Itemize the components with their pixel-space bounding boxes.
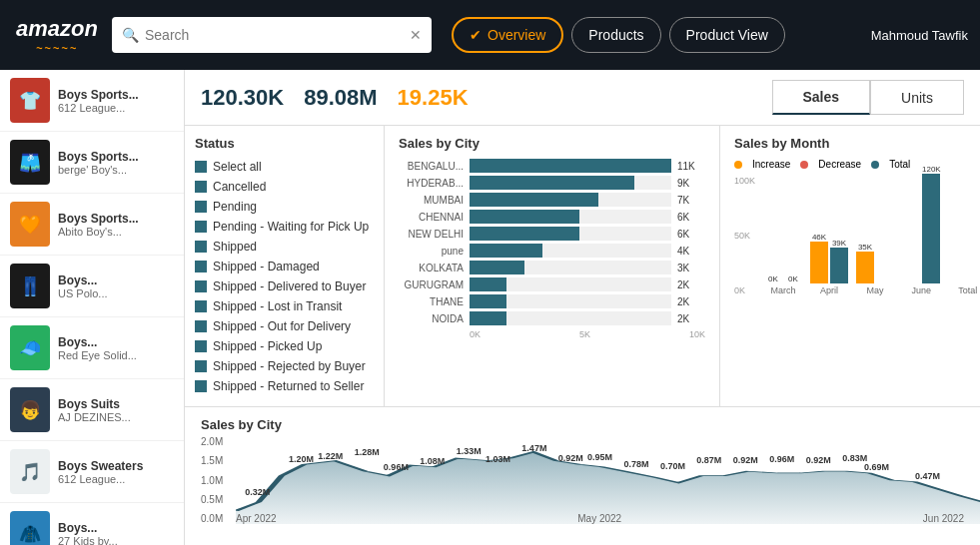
status-item[interactable]: Shipped - Rejected by Buyer xyxy=(195,356,374,376)
product-name: Boys Sports... xyxy=(58,150,139,164)
status-item[interactable]: Shipped - Returned to Seller xyxy=(195,376,374,396)
month-bar-pair: 35K xyxy=(856,243,894,283)
bar-value: 2K xyxy=(677,296,705,307)
middle-row: Status Select allCancelledPendingPending… xyxy=(185,126,980,407)
status-checkbox[interactable] xyxy=(195,360,207,372)
bar-label: NOIDA xyxy=(399,313,464,324)
tab-product-view[interactable]: Product View xyxy=(669,17,785,53)
y-label: 0.5M xyxy=(201,494,236,505)
bar-track xyxy=(470,193,671,207)
total-bar xyxy=(922,174,940,283)
status-item[interactable]: Pending - Waiting for Pick Up xyxy=(195,217,374,237)
content-area: 120.30K 89.08M 19.25K Sales Units Status… xyxy=(185,70,980,545)
status-item[interactable]: Select all xyxy=(195,157,374,177)
product-name: Boys Suits xyxy=(58,397,131,411)
month-bar-group: 120K June xyxy=(902,165,941,295)
y-label: 1.5M xyxy=(201,455,236,466)
product-thumbnail: 👦 xyxy=(10,387,50,432)
status-item[interactable]: Shipped xyxy=(195,237,374,257)
status-checkbox[interactable] xyxy=(195,181,207,193)
bar-track xyxy=(470,210,671,224)
bar-label: GURUGRAM xyxy=(399,279,464,290)
month-bar-group: 46K 39K April xyxy=(810,233,848,295)
line-chart-label: 1.08M xyxy=(420,456,445,466)
search-input[interactable] xyxy=(145,27,404,43)
close-icon[interactable]: ✕ xyxy=(410,27,422,43)
status-checkbox[interactable] xyxy=(195,201,207,213)
sidebar-product-item[interactable]: 🩳 Boys Sports... berge' Boy's... xyxy=(0,132,184,194)
bar-chart-row: GURUGRAM 2K xyxy=(399,277,705,291)
status-label: Shipped - Lost in Transit xyxy=(213,299,342,313)
status-item[interactable]: Shipped - Picked Up xyxy=(195,336,374,356)
line-chart-title: Sales by City xyxy=(201,417,964,432)
status-label: Shipped - Rejected by Buyer xyxy=(213,359,366,373)
stat-value-1: 120.30K xyxy=(201,85,284,111)
bar-value: 2K xyxy=(677,313,705,324)
bar-fill xyxy=(470,227,579,241)
product-subtitle: 612 League... xyxy=(58,102,139,114)
sidebar-product-item[interactable]: 🧡 Boys Sports... Abito Boy's... xyxy=(0,194,184,256)
bar-value: 3K xyxy=(677,263,705,273)
tab-sales[interactable]: Sales xyxy=(772,80,871,115)
month-bar-group: 35K May xyxy=(856,243,894,295)
line-chart-label: 0.70M xyxy=(660,461,685,471)
sidebar-product-item[interactable]: 🎵 Boys Sweaters 612 League... xyxy=(0,441,184,503)
sidebar-product-item[interactable]: 👖 Boys... US Polo... xyxy=(0,256,184,317)
bar-value: 11K xyxy=(677,161,705,172)
line-chart-label: 0.92M xyxy=(733,455,758,465)
status-item[interactable]: Shipped - Damaged xyxy=(195,257,374,276)
status-item[interactable]: Shipped - Delivered to Buyer xyxy=(195,276,374,296)
tab-products[interactable]: Products xyxy=(571,17,660,53)
bar-track xyxy=(470,261,671,274)
line-chart-label: 0.92M xyxy=(806,455,831,465)
status-checkbox[interactable] xyxy=(195,380,207,392)
product-name: Boys Sports... xyxy=(58,88,139,102)
status-checkbox[interactable] xyxy=(195,320,207,332)
bar-value: 9K xyxy=(677,178,705,189)
stats-bar: 120.30K 89.08M 19.25K Sales Units xyxy=(185,70,980,126)
bar-fill xyxy=(470,159,671,173)
status-item[interactable]: Shipped - Lost in Transit xyxy=(195,296,374,316)
status-checkbox[interactable] xyxy=(195,161,207,173)
y-label: 2.0M xyxy=(201,436,236,447)
bar-chart-row: CHENNAI 6K xyxy=(399,210,705,224)
bar-label: NEW DELHI xyxy=(399,229,464,240)
bar-fill xyxy=(470,244,542,258)
product-thumbnail: 🧡 xyxy=(10,202,50,247)
bar-track xyxy=(470,277,671,291)
bar-fill xyxy=(470,176,634,190)
status-checkbox[interactable] xyxy=(195,300,207,312)
bar-track xyxy=(470,294,671,308)
user-name: Mahmoud Tawfik xyxy=(871,28,968,43)
line-chart-area: Sales by City 2.0M1.5M1.0M0.5M0.0M Apr 2… xyxy=(185,407,980,545)
product-subtitle: 27 Kids by... xyxy=(58,535,118,546)
status-label: Pending xyxy=(213,200,257,214)
month-label: March xyxy=(770,285,795,295)
x-label: May 2022 xyxy=(577,513,621,524)
tab-units[interactable]: Units xyxy=(870,80,964,115)
tab-overview[interactable]: ✔ Overview xyxy=(452,17,563,53)
product-subtitle: 612 League... xyxy=(58,473,143,485)
bar-fill xyxy=(470,277,506,291)
sidebar-product-item[interactable]: 🧢 Boys... Red Eye Solid... xyxy=(0,317,184,379)
sidebar-product-item[interactable]: 👕 Boys Sports... 612 League... xyxy=(0,70,184,132)
search-bar[interactable]: 🔍 ✕ xyxy=(112,17,432,53)
status-item[interactable]: Shipped - Out for Delivery xyxy=(195,316,374,336)
sidebar-product-item[interactable]: 👦 Boys Suits AJ DEZINES... xyxy=(0,379,184,441)
status-checkbox[interactable] xyxy=(195,261,207,272)
product-name: Boys... xyxy=(58,335,137,349)
sidebar-product-item[interactable]: 🧥 Boys... 27 Kids by... xyxy=(0,503,184,545)
line-chart-label: 0.96M xyxy=(769,454,794,464)
status-checkbox[interactable] xyxy=(195,340,207,352)
month-chart-title: Sales by Month xyxy=(734,136,966,151)
bar-value: 6K xyxy=(677,229,705,240)
main-content: 👕 Boys Sports... 612 League... 🩳 Boys Sp… xyxy=(0,70,980,545)
status-item[interactable]: Pending xyxy=(195,197,374,217)
line-chart-label: 0.78M xyxy=(623,459,648,469)
status-item[interactable]: Cancelled xyxy=(195,177,374,197)
status-checkbox[interactable] xyxy=(195,241,207,253)
status-checkbox[interactable] xyxy=(195,280,207,292)
search-icon: 🔍 xyxy=(122,27,139,43)
status-checkbox[interactable] xyxy=(195,221,207,233)
product-subtitle: Abito Boy's... xyxy=(58,226,139,238)
